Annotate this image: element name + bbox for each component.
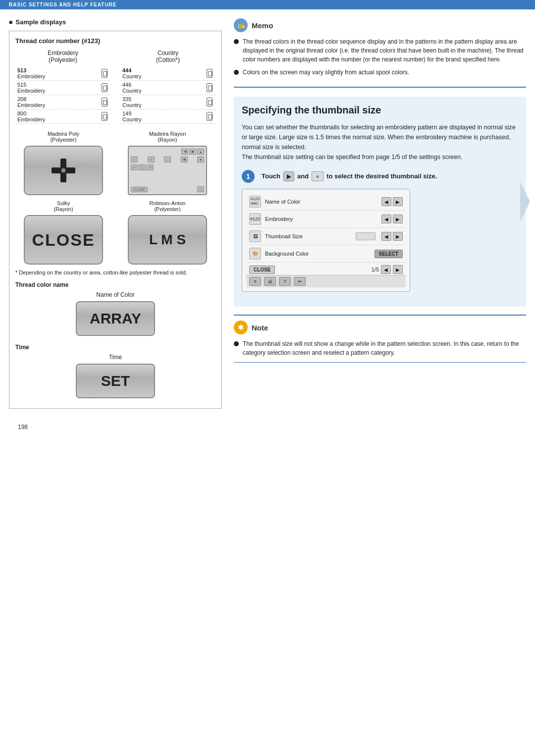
- thumbnail-title: Specifying the thumbnail size: [242, 104, 518, 116]
- display-item-madeira-rayon: Madeira Rayon(Rayon) ◀ ▶ ▲ ↔: [119, 131, 215, 195]
- table-row: 335Country: [120, 95, 215, 109]
- note-box: ✱ Note The thumbnail size will not show …: [234, 315, 526, 363]
- lms-label: L M S: [149, 232, 186, 248]
- time-title: Time: [15, 344, 215, 351]
- bullet-dot: [234, 341, 239, 346]
- thumbnail-body: You can set whether the thumbnails for s…: [242, 122, 518, 162]
- array-label: ARRAY: [90, 310, 141, 327]
- settings-nav-left-3[interactable]: ◀: [381, 232, 391, 241]
- mini-btn: ▲: [197, 149, 204, 155]
- display-item-robison: Robison-Anton(Polyester) L M S: [119, 200, 215, 265]
- madeira-rayon-display: ◀ ▶ ▲ ↔ + ↕ ◀ ▼: [128, 146, 207, 195]
- settings-screen-mockup: #123ABC Name of Color ◀ ▶ #123 Embroider…: [242, 189, 410, 292]
- memo-item-1: The thread colors in the thread color se…: [234, 37, 526, 64]
- memo-item-2: Colors on the screen may vary slightly f…: [234, 68, 526, 77]
- spool-icon-1: [101, 68, 108, 78]
- memo-text-2: Colors on the screen may vary slightly f…: [243, 68, 409, 77]
- display-images-section-1: Madeira Poly(Polyester) Madeira Rayon(Ra…: [15, 131, 215, 195]
- bottom-icon-4: ⇔: [294, 277, 306, 286]
- asterisk-note: * Depending on the country or area, cott…: [15, 270, 215, 275]
- thread-col2-header: Country(Cotton*): [120, 50, 215, 63]
- array-display: ARRAY: [76, 301, 155, 336]
- settings-label-color: Name of Color: [265, 199, 377, 205]
- step-text-and: and: [297, 171, 309, 181]
- bullet-dot: [234, 39, 239, 44]
- memo-box: ✍ Memo The thread colors in the thread c…: [234, 18, 526, 88]
- mini-btn: +: [148, 157, 155, 162]
- mini-btn: □: [139, 164, 146, 170]
- thread-color-name-title: Thread color name: [15, 281, 215, 288]
- page-nav-left[interactable]: ◀: [381, 265, 391, 274]
- table-row: 515Embroidery: [15, 81, 110, 95]
- mini-btn: ↔: [131, 157, 138, 162]
- thumbnail-size-box: [356, 232, 375, 240]
- spool-icon-2: [101, 83, 108, 93]
- settings-nav-left-2[interactable]: ◀: [381, 215, 391, 223]
- step-1-instruction: 1 Touch ▶ and ≡ to select the desired th…: [242, 170, 518, 183]
- settings-row-2: #123 Embroidery ◀ ▶: [246, 211, 406, 228]
- time-section: Time Time SET: [15, 344, 215, 398]
- thread-col1-header: Embroidery(Polyester): [15, 50, 110, 63]
- settings-icon: ≡: [312, 171, 323, 181]
- mini-btn: ◀: [181, 149, 188, 155]
- name-of-color-label: Name of Color: [15, 291, 215, 298]
- page-indicator: 1/5 ◀ ▶: [372, 265, 403, 274]
- nav-arrow-icon: ▶: [283, 171, 294, 181]
- spool-icon-7: [206, 97, 214, 107]
- thumbnail-section: Specifying the thumbnail size You can se…: [234, 97, 526, 307]
- page-nav-right[interactable]: ▶: [393, 265, 403, 274]
- set-display: SET: [76, 364, 155, 398]
- settings-nav-left-1[interactable]: ◀: [381, 197, 391, 206]
- sample-box: Thread color number (#123) Embroidery(Po…: [9, 31, 222, 409]
- settings-row-1: #123ABC Name of Color ◀ ▶: [246, 193, 406, 211]
- settings-nav-right-3[interactable]: ▶: [393, 232, 403, 241]
- chevron-right-icon: [520, 182, 530, 221]
- table-row: 446Country: [120, 81, 215, 95]
- memo-text-1: The thread colors in the thread color se…: [243, 37, 526, 64]
- madeira-poly-display: [24, 146, 103, 195]
- select-button[interactable]: SELECT: [374, 250, 403, 258]
- close-label: CLOSE: [32, 230, 95, 250]
- sample-box-title: Thread color number (#123): [15, 37, 215, 45]
- note-icon: ✱: [234, 321, 248, 334]
- mini-btn: ▼: [197, 157, 204, 162]
- right-column: ✍ Memo The thread colors in the thread c…: [234, 18, 526, 434]
- display-item-madeira-poly: Madeira Poly(Polyester): [15, 131, 111, 195]
- settings-label-emb: Embroidery: [265, 216, 377, 222]
- robison-display: L M S: [128, 215, 207, 265]
- mini-btn: ↕: [164, 157, 171, 162]
- set-label: SET: [101, 373, 130, 389]
- bottom-icons-bar: ≡ 🖨 ? ⇔: [246, 275, 406, 287]
- thread-color-grid: Embroidery(Polyester) 513Embroidery 515E…: [15, 50, 215, 124]
- table-row: 444Country: [120, 66, 215, 81]
- thread-col-2: Country(Cotton*) 444Country 446Country 3…: [120, 50, 215, 124]
- settings-icon-color: #123ABC: [249, 196, 261, 208]
- settings-icon-bg: 🎨: [249, 248, 261, 260]
- page-number: 198: [9, 414, 222, 434]
- note-title-text: Note: [252, 324, 268, 332]
- settings-row-3: 🖼 Thumbnail Size ◀ ▶: [246, 228, 406, 245]
- spool-icon-8: [206, 111, 214, 121]
- memo-icon: ✍: [234, 18, 248, 32]
- time-center-label: Time: [15, 354, 215, 361]
- settings-row-4: 🎨 Background Color SELECT: [246, 245, 406, 263]
- bottom-icon-question: ?: [279, 277, 291, 286]
- settings-close-button[interactable]: CLOSE: [249, 266, 275, 274]
- sulky-display: CLOSE: [24, 215, 103, 265]
- spool-icon-4: [101, 111, 108, 121]
- mini-btn: □: [197, 186, 204, 192]
- step-text-touch: Touch: [262, 171, 280, 181]
- note-text: The thumbnail size will not show a chang…: [243, 339, 526, 357]
- settings-nav-right-1[interactable]: ▶: [393, 197, 403, 206]
- memo-title-text: Memo: [252, 21, 273, 30]
- settings-label-bg: Background Color: [265, 251, 371, 257]
- mini-btn: ↗: [147, 164, 154, 170]
- spool-icon-3: [101, 97, 108, 107]
- settings-nav-right-2[interactable]: ▶: [393, 215, 403, 223]
- bottom-icon-1: ≡: [249, 277, 261, 286]
- table-row: 513Embroidery: [15, 66, 110, 81]
- table-row: 149Country: [120, 109, 215, 124]
- header-label: BASIC SETTINGS AND HELP FEATURE: [9, 2, 117, 7]
- svg-point-2: [61, 168, 66, 173]
- spool-icon-5: [206, 68, 214, 78]
